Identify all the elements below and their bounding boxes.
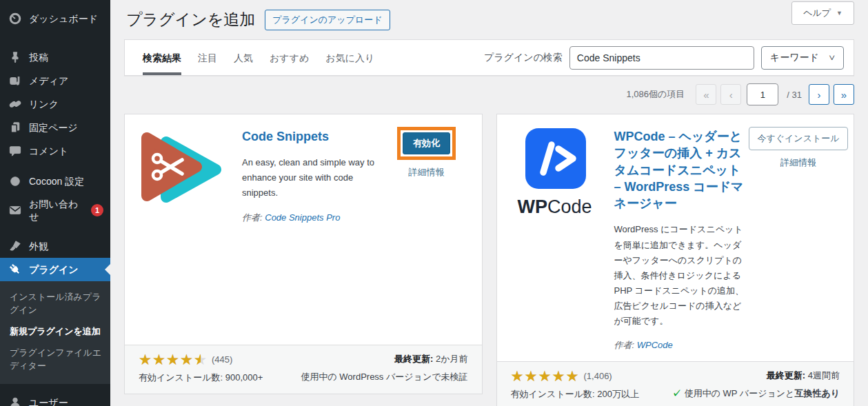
highlight-annotation-box: 有効化 <box>397 127 456 160</box>
rating-count: (1,406) <box>584 371 612 381</box>
star-icons-filled: ★★★★★ <box>511 369 580 383</box>
plugin-description: WordPress にコードスニペットを簡単に追加できます。ヘッダーやフッターへ… <box>614 222 748 329</box>
help-label: ヘルプ <box>803 7 831 19</box>
last-updated: 最終更新: 2か月前 <box>301 353 467 365</box>
plugins-submenu: インストール済みプラグイン 新規プラグインを追加 プラグインファイルエディター <box>0 281 110 383</box>
code-snippets-logo <box>139 207 227 217</box>
sidebar-item-label: 固定ページ <box>29 121 78 134</box>
plugin-icon <box>8 263 22 276</box>
last-updated-value: 2か月前 <box>436 354 468 364</box>
sidebar-item-appearance[interactable]: 外観 <box>0 234 110 258</box>
sidebar-item-comments[interactable]: コメント <box>0 139 110 163</box>
last-updated-label: 最終更新: <box>394 354 433 364</box>
author-label: 作者: <box>614 340 635 350</box>
last-updated: 最終更新: 4週間前 <box>672 369 840 382</box>
media-icon <box>8 74 22 88</box>
upload-plugin-button[interactable]: プラグインのアップロード <box>265 10 390 30</box>
wpcode-logo-text: WPCode <box>511 196 599 218</box>
active-installs: 有効インストール数: 900,000+ <box>139 372 263 385</box>
first-page-button[interactable]: « <box>696 84 716 105</box>
filter-tabs: 検索結果 注目 人気 おすすめ お気に入り <box>134 40 383 75</box>
plugin-search-label: プラグインの検索 <box>484 52 563 64</box>
user-icon <box>8 396 22 406</box>
circle-icon <box>8 174 22 188</box>
star-rating: ★★★★★ ★★★★★ <box>511 369 580 383</box>
tab-recommended[interactable]: おすすめ <box>270 40 309 75</box>
plugin-filter-bar: 検索結果 注目 人気 おすすめ お気に入り プラグインの検索 キーワード ∨ <box>124 39 854 76</box>
keyword-dropdown[interactable]: キーワード ∨ <box>761 46 844 70</box>
wpcode-logo <box>511 182 599 192</box>
pages-icon <box>8 121 22 134</box>
more-details-link[interactable]: 詳細情報 <box>780 156 816 169</box>
sidebar-item-posts[interactable]: 投稿 <box>0 45 110 69</box>
activate-button[interactable]: 有効化 <box>403 132 450 154</box>
total-pages-label: / 31 <box>787 90 802 100</box>
chevron-down-icon: ▼ <box>836 10 842 17</box>
sidebar-item-users[interactable]: ユーザー <box>0 391 110 406</box>
plugin-name-link[interactable]: WPCode – ヘッダーとフッターの挿入 + カスタムコードスニペット – W… <box>614 128 748 212</box>
plugin-card-code-snippets: Code Snippets An easy, clean and simple … <box>124 114 483 394</box>
keyword-dropdown-label: キーワード <box>770 52 819 64</box>
admin-sidebar: ダッシュボード 投稿 メディア リンク 固定ページ <box>0 0 110 406</box>
tab-popular[interactable]: 人気 <box>234 40 253 75</box>
sidebar-item-label: ユーザー <box>29 396 68 406</box>
author-link[interactable]: Code Snippets Pro <box>265 212 340 223</box>
tab-search-results[interactable]: 検索結果 <box>143 40 181 75</box>
main-content: ヘルプ ▼ プラグインを追加 プラグインのアップロード 検索結果 注目 人気 お… <box>110 0 868 406</box>
sidebar-item-label: ダッシュボード <box>29 12 98 25</box>
star-icons-filled: ★★★★★ <box>139 353 201 366</box>
plugin-search-input[interactable] <box>569 46 754 70</box>
more-details-link[interactable]: 詳細情報 <box>409 166 445 179</box>
sidebar-item-media[interactable]: メディア <box>0 69 110 92</box>
next-page-button[interactable]: › <box>809 84 829 105</box>
rating-count: (445) <box>212 354 232 365</box>
sidebar-item-label: お問い合わせ <box>29 198 81 223</box>
notification-badge: 1 <box>91 204 103 216</box>
pagination: 1,086個の項目 « ‹ / 31 › » <box>124 83 854 105</box>
active-installs: 有効インストール数: 200万以上 <box>511 388 639 401</box>
paintbrush-icon <box>8 239 22 253</box>
sidebar-item-label: Cocoon 設定 <box>29 175 84 187</box>
submenu-add-new-plugin[interactable]: 新規プラグインを追加 <box>0 321 110 343</box>
comment-icon <box>8 144 22 158</box>
last-updated-label: 最終更新: <box>767 370 805 380</box>
sidebar-item-links[interactable]: リンク <box>0 92 110 116</box>
plugin-card-wpcode: WPCode WPCode – ヘッダーとフッターの挿入 + カスタムコードスニ… <box>496 114 855 406</box>
sidebar-item-label: メディア <box>29 74 68 87</box>
plugin-author: 作者: WPCode <box>614 339 748 352</box>
page-title: プラグインを追加 <box>126 10 255 30</box>
sidebar-item-pages[interactable]: 固定ページ <box>0 116 110 139</box>
submenu-plugin-file-editor[interactable]: プラグインファイルエディター <box>0 343 110 377</box>
plugin-name-link[interactable]: Code Snippets <box>242 128 376 145</box>
chevron-down-icon: ∨ <box>827 52 836 63</box>
pushpin-icon <box>8 50 22 64</box>
last-updated-value: 4週間前 <box>808 370 840 380</box>
compatibility-note: ✓使用中の WP バージョンと互換性あり <box>672 387 840 400</box>
author-label: 作者: <box>242 212 263 223</box>
compatibility-note: 使用中の WordPress バージョンで未検証 <box>301 371 467 383</box>
tab-featured[interactable]: 注目 <box>198 40 217 75</box>
tab-favorites[interactable]: お気に入り <box>325 40 374 75</box>
current-page-input[interactable] <box>747 83 778 105</box>
link-icon <box>8 97 22 111</box>
mail-icon <box>8 203 22 217</box>
sidebar-item-label: 投稿 <box>29 51 48 63</box>
plugin-description: An easy, clean and simple way to enhance… <box>242 155 376 201</box>
submenu-installed-plugins[interactable]: インストール済みプラグイン <box>0 287 110 321</box>
author-link[interactable]: WPCode <box>637 340 673 350</box>
sidebar-item-contact[interactable]: お問い合わせ 1 <box>0 193 110 227</box>
sidebar-item-plugins[interactable]: プラグイン <box>0 258 110 281</box>
sidebar-item-label: プラグイン <box>29 263 79 276</box>
sidebar-item-cocoon-settings[interactable]: Cocoon 設定 <box>0 170 110 193</box>
previous-page-button[interactable]: ‹ <box>720 84 741 105</box>
sidebar-item-dashboard[interactable]: ダッシュボード <box>0 7 110 30</box>
sidebar-item-label: リンク <box>29 98 59 110</box>
help-button[interactable]: ヘルプ ▼ <box>791 1 854 25</box>
sidebar-item-label: コメント <box>29 145 68 157</box>
last-page-button[interactable]: » <box>834 84 854 105</box>
total-items-count: 1,086個の項目 <box>626 88 685 101</box>
plugin-author: 作者: Code Snippets Pro <box>242 212 376 224</box>
install-now-button[interactable]: 今すぐインストール <box>749 127 847 150</box>
check-icon: ✓ <box>672 388 681 398</box>
dashboard-icon <box>8 12 22 26</box>
